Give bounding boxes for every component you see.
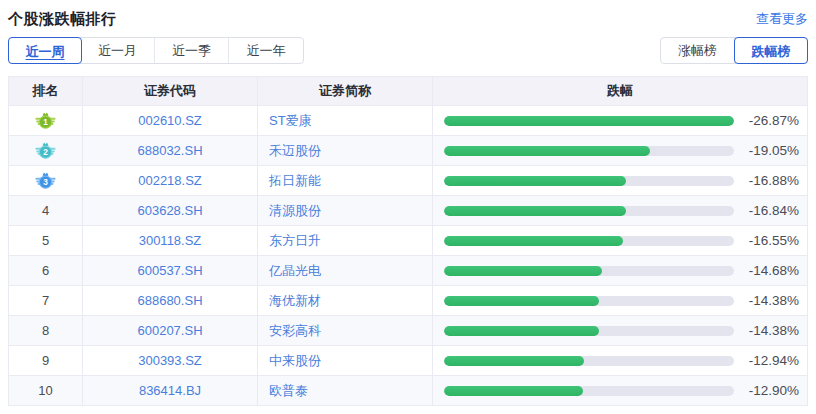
security-code[interactable]: 688680.SH [83,286,258,316]
security-code[interactable]: 002610.SZ [83,106,258,136]
change-bar-fill [444,206,626,216]
change-bar-fill [444,146,650,156]
security-code[interactable]: 002218.SZ [83,166,258,196]
security-name[interactable]: 欧普泰 [258,376,433,406]
table-row[interactable]: 2 688032.SH禾迈股份-19.05% [9,136,808,166]
stock-rank-panel: 个股涨跌幅排行 查看更多 近一周 近一月 近一季 近一年 涨幅榜 跌幅榜 排名 … [0,0,816,414]
rank-number: 10 [38,383,52,398]
change-percent: -16.84% [734,203,799,218]
change-percent: -26.87% [734,113,799,128]
table-header-row: 排名 证券代码 证券简称 跌幅 [9,77,808,106]
security-name[interactable]: 亿晶光电 [258,256,433,286]
panel-header: 个股涨跌幅排行 查看更多 [8,0,808,28]
change-bar-track [444,116,734,126]
security-code[interactable]: 688032.SH [83,136,258,166]
rank-cell: 5 [9,226,83,256]
change-cell: -16.88% [433,166,808,196]
change-percent: -14.38% [734,293,799,308]
panel-title: 个股涨跌幅排行 [8,10,117,29]
security-name[interactable]: 清源股份 [258,196,433,226]
board-toggle-group: 涨幅榜 跌幅榜 [660,37,808,64]
change-percent: -12.90% [734,383,799,398]
table-row[interactable]: 10836414.BJ欧普泰-12.90% [9,376,808,406]
table-row[interactable]: 8600207.SH安彩高科-14.38% [9,316,808,346]
change-cell: -16.84% [433,196,808,226]
change-bar-track [444,386,734,396]
rank-number: 9 [42,353,49,368]
controls-row: 近一周 近一月 近一季 近一年 涨幅榜 跌幅榜 [8,37,808,64]
change-bar-fill [444,116,734,126]
security-name[interactable]: ST爱康 [258,106,433,136]
change-cell: -16.55% [433,226,808,256]
tab-last-quarter[interactable]: 近一季 [155,38,229,63]
security-name[interactable]: 禾迈股份 [258,136,433,166]
rank-cell: 9 [9,346,83,376]
change-bar-fill [444,386,583,396]
security-code[interactable]: 600537.SH [83,256,258,286]
change-bar-track [444,206,734,216]
rank-number: 6 [42,263,49,278]
table-row[interactable]: 3 002218.SZ拓日新能-16.88% [9,166,808,196]
change-bar-fill [444,356,584,366]
table-row[interactable]: 6600537.SH亿晶光电-14.68% [9,256,808,286]
rank-number: 4 [42,203,49,218]
rank-number: 5 [42,233,49,248]
change-cell: -14.38% [433,286,808,316]
svg-text:2: 2 [43,147,48,157]
change-cell: -14.68% [433,256,808,286]
change-cell: -12.90% [433,376,808,406]
rank-cell: 4 [9,196,83,226]
table-row[interactable]: 4603628.SH清源股份-16.84% [9,196,808,226]
header-code: 证券代码 [83,77,258,106]
change-percent: -14.38% [734,323,799,338]
rank-cell: 10 [9,376,83,406]
change-bar-track [444,146,734,156]
rank-cell: 7 [9,286,83,316]
rank-cell: 3 [9,166,83,196]
change-bar-track [444,266,734,276]
change-bar-track [444,356,734,366]
security-code[interactable]: 836414.BJ [83,376,258,406]
header-rank: 排名 [9,77,83,106]
rank-3-medal-icon: 3 [35,171,56,191]
header-change: 跌幅 [433,77,808,106]
tab-last-month[interactable]: 近一月 [81,38,155,63]
security-name[interactable]: 安彩高科 [258,316,433,346]
svg-text:1: 1 [43,117,48,127]
tab-last-week[interactable]: 近一周 [8,37,82,64]
change-cell: -14.38% [433,316,808,346]
tab-last-year[interactable]: 近一年 [229,38,303,63]
security-code[interactable]: 600207.SH [83,316,258,346]
change-percent: -16.55% [734,233,799,248]
security-code[interactable]: 300118.SZ [83,226,258,256]
change-percent: -19.05% [734,143,799,158]
rank-2-medal-icon: 2 [35,141,56,161]
view-more-link[interactable]: 查看更多 [756,10,808,28]
change-bar-fill [444,176,626,186]
header-name: 证券简称 [258,77,433,106]
security-name[interactable]: 中来股份 [258,346,433,376]
security-name[interactable]: 海优新材 [258,286,433,316]
security-name[interactable]: 拓日新能 [258,166,433,196]
rank-cell: 1 [9,106,83,136]
security-name[interactable]: 东方日升 [258,226,433,256]
rank-1-medal-icon: 1 [35,111,56,131]
change-bar-fill [444,236,623,246]
rank-cell: 8 [9,316,83,346]
table-row[interactable]: 1 002610.SZST爱康-26.87% [9,106,808,136]
table-row[interactable]: 5300118.SZ东方日升-16.55% [9,226,808,256]
table-row[interactable]: 7688680.SH海优新材-14.38% [9,286,808,316]
rank-number: 7 [42,293,49,308]
change-bar-track [444,326,734,336]
security-code[interactable]: 300393.SZ [83,346,258,376]
table-row[interactable]: 9300393.SZ中来股份-12.94% [9,346,808,376]
change-cell: -26.87% [433,106,808,136]
toggle-gainers-board[interactable]: 涨幅榜 [661,38,735,63]
toggle-losers-board[interactable]: 跌幅榜 [734,37,808,64]
change-bar-fill [444,266,602,276]
change-bar-fill [444,326,599,336]
rank-number: 8 [42,323,49,338]
security-code[interactable]: 603628.SH [83,196,258,226]
change-bar-fill [444,296,599,306]
change-percent: -14.68% [734,263,799,278]
